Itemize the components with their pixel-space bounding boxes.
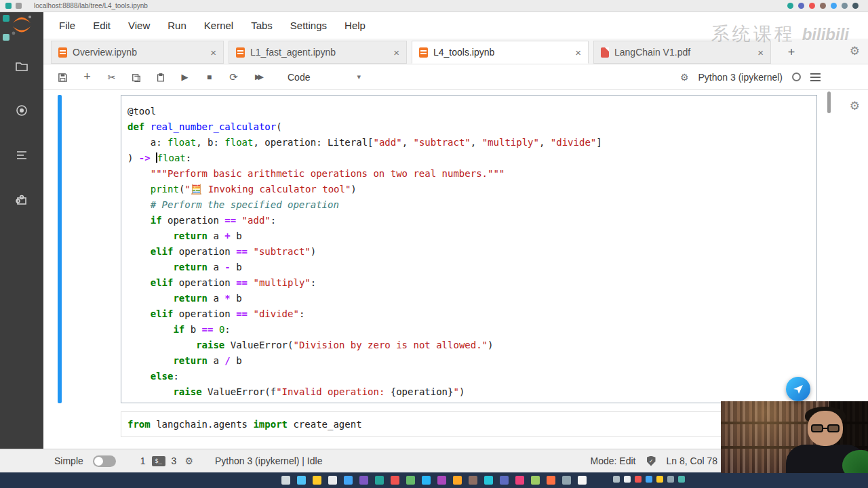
restart-run-all-icon[interactable]: ▶▶ xyxy=(251,73,265,81)
app-icon[interactable] xyxy=(852,3,859,9)
menu-view[interactable]: View xyxy=(119,20,159,31)
cut-cell-icon[interactable]: ✂ xyxy=(104,72,119,83)
right-panel-gear-icon[interactable]: ⚙ xyxy=(850,99,860,113)
tab-close-icon[interactable]: × xyxy=(205,47,216,58)
system-tray-icons[interactable] xyxy=(613,476,685,483)
app-icon[interactable] xyxy=(359,476,368,485)
app-icon[interactable] xyxy=(515,476,524,485)
tab-langchain-v1-pdf[interactable]: LangChain V1.pdf × xyxy=(593,41,771,64)
toolbar-menu-icon[interactable] xyxy=(810,71,821,83)
copy-cell-icon[interactable] xyxy=(129,71,143,82)
app-icon[interactable] xyxy=(562,476,571,485)
app-icon[interactable] xyxy=(391,476,399,485)
restart-kernel-icon[interactable]: ⟳ xyxy=(226,71,241,83)
running-sessions-icon[interactable] xyxy=(15,104,28,120)
app-icon[interactable] xyxy=(406,476,415,485)
cell-type-selector[interactable]: Code ▾ xyxy=(288,72,361,83)
checkpoint-gear-icon[interactable]: ⚙ xyxy=(680,72,689,83)
tab-close-icon[interactable]: × xyxy=(752,47,764,58)
kernel-status-text[interactable]: Python 3 (ipykernel) | Idle xyxy=(215,455,323,466)
taskbar-app-icons[interactable] xyxy=(281,476,587,485)
kernel-name-button[interactable]: Python 3 (ipykernel) xyxy=(698,72,783,83)
notebook-file-icon xyxy=(419,47,428,58)
tab-l1-fast-agent-ipynb[interactable]: L1_fast_agent.ipynb × xyxy=(229,41,407,64)
run-cell-icon[interactable]: ▶ xyxy=(178,72,192,82)
app-icon[interactable] xyxy=(281,476,290,485)
assistant-float-button[interactable] xyxy=(786,377,810,401)
menu-file[interactable]: File xyxy=(50,20,84,31)
property-inspector-gear-icon[interactable]: ⚙ xyxy=(850,44,860,58)
sessions-gear-icon[interactable]: ⚙ xyxy=(184,455,193,466)
app-icon[interactable] xyxy=(500,476,509,485)
editor-mode-indicator[interactable]: Mode: Edit xyxy=(591,455,636,466)
browser-bar: localhost:8888/lab/tree/L4_tools.ipynb xyxy=(0,0,868,12)
app-icon[interactable] xyxy=(469,476,477,485)
menu-edit[interactable]: Edit xyxy=(84,20,119,31)
app-icon[interactable] xyxy=(437,476,446,485)
app-icon[interactable] xyxy=(678,476,685,483)
app-icon[interactable] xyxy=(613,476,620,483)
code-line: return a * b xyxy=(127,291,811,306)
browser-app-icon[interactable] xyxy=(5,3,12,9)
save-icon[interactable] xyxy=(56,71,70,83)
menu-kernel[interactable]: Kernel xyxy=(195,20,242,31)
add-cell-icon[interactable]: + xyxy=(80,70,94,84)
app-icon[interactable] xyxy=(422,476,431,485)
simple-mode-label: Simple xyxy=(54,455,83,466)
trust-shield-icon[interactable]: ✓ xyxy=(647,456,656,466)
tab-close-icon[interactable]: × xyxy=(388,47,399,58)
active-cell-indicator[interactable] xyxy=(58,95,62,403)
code-cell-editor[interactable]: @tooldef real_number_calculator( a: floa… xyxy=(121,95,817,403)
extension-manager-icon[interactable] xyxy=(15,193,28,209)
app-icon[interactable] xyxy=(547,476,555,485)
app-icon[interactable] xyxy=(646,476,652,483)
stop-kernel-icon[interactable]: ■ xyxy=(202,73,216,82)
app-icon[interactable] xyxy=(313,476,321,485)
file-browser-icon[interactable] xyxy=(15,60,28,76)
simple-mode-toggle[interactable] xyxy=(93,455,116,467)
app-icon[interactable] xyxy=(578,476,587,485)
new-tab-button[interactable]: + xyxy=(783,45,800,60)
notebook-toolbar: + ✂ ▶ ■ ⟳ ▶▶ Code ▾ ⚙ Python 3 (ipykerne… xyxy=(43,64,868,90)
app-icon[interactable] xyxy=(328,476,337,485)
paste-cell-icon[interactable] xyxy=(153,71,167,83)
app-icon[interactable] xyxy=(344,476,353,485)
terminal-count: 1 xyxy=(140,455,146,466)
browser-refresh-icon[interactable] xyxy=(16,3,22,9)
code-cell-editor-2[interactable]: from langchain.agents import create_agen… xyxy=(121,411,817,437)
app-icon[interactable] xyxy=(624,476,631,483)
app-icon[interactable] xyxy=(842,3,848,9)
tab-close-icon[interactable]: × xyxy=(570,47,581,58)
code-line: ) -> float: xyxy=(127,150,811,166)
table-of-contents-icon[interactable] xyxy=(15,148,28,165)
app-icon[interactable] xyxy=(531,476,540,485)
app-icon[interactable] xyxy=(667,476,674,483)
menu-tabs[interactable]: Tabs xyxy=(242,20,281,31)
app-icon[interactable] xyxy=(798,3,804,9)
terminal-icon[interactable]: $_ xyxy=(152,456,165,466)
cursor-position-indicator[interactable]: Ln 8, Col 78 xyxy=(667,455,718,466)
app-icon[interactable] xyxy=(656,476,663,483)
app-icon[interactable] xyxy=(820,3,826,9)
overlay-tool-icon[interactable] xyxy=(3,15,9,22)
activity-sidebar xyxy=(0,12,43,449)
menu-help[interactable]: Help xyxy=(336,20,374,31)
overlay-tool-icon-2[interactable] xyxy=(3,34,9,41)
app-icon[interactable] xyxy=(809,3,815,9)
kernel-count: 3 xyxy=(172,455,177,466)
code-line: raise ValueError(f"Invalid operation: {o… xyxy=(127,384,811,400)
tab-overview-ipynb[interactable]: Overview.ipynb × xyxy=(51,41,224,64)
address-bar[interactable]: localhost:8888/lab/tree/L4_tools.ipynb xyxy=(34,2,787,9)
app-icon[interactable] xyxy=(375,476,384,485)
app-icon[interactable] xyxy=(484,476,493,485)
tab-l4-tools-ipynb[interactable]: L4_tools.ipynb × xyxy=(412,41,589,64)
menu-run[interactable]: Run xyxy=(159,20,195,31)
browser-extension-icons[interactable] xyxy=(787,3,863,9)
content-scrollbar[interactable] xyxy=(827,92,831,113)
app-icon[interactable] xyxy=(831,3,837,9)
app-icon[interactable] xyxy=(787,3,793,9)
menu-settings[interactable]: Settings xyxy=(281,20,336,31)
app-icon[interactable] xyxy=(297,476,306,485)
app-icon[interactable] xyxy=(635,476,642,483)
app-icon[interactable] xyxy=(453,476,462,485)
